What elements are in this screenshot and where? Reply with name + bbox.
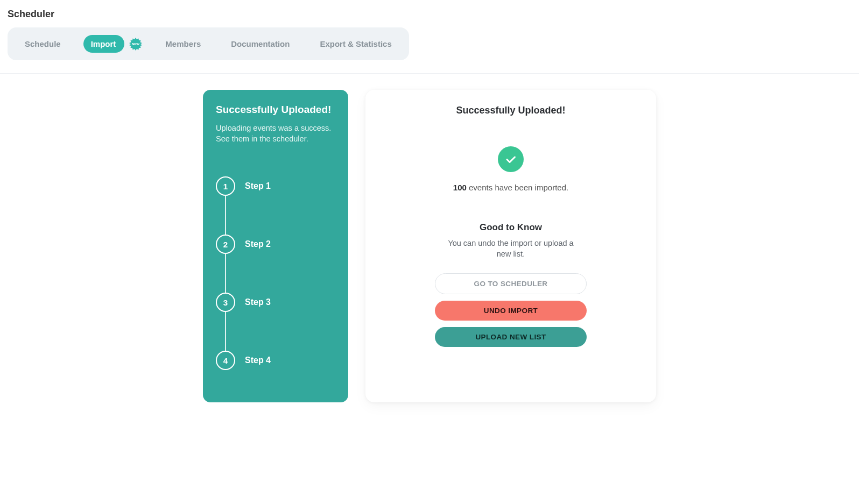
import-suffix: events have been imported. [467, 183, 568, 192]
progress-subtext: Uploading events was a success. See them… [216, 123, 335, 144]
step-item: 2 Step 2 [216, 235, 335, 254]
page-title: Scheduler [8, 9, 851, 20]
tab-import[interactable]: Import [83, 35, 125, 53]
tab-label: Schedule [25, 39, 61, 48]
step-number: 3 [216, 293, 235, 312]
import-message: 100 events have been imported. [382, 183, 640, 192]
good-to-know-text: You can undo the import or upload a new … [441, 238, 581, 259]
step-label: Step 4 [245, 356, 271, 365]
step-item: 1 Step 1 [216, 176, 335, 196]
step-label: Step 3 [245, 297, 271, 307]
go-to-scheduler-button[interactable]: Go to Scheduler [435, 273, 587, 294]
tab-documentation[interactable]: Documentation [223, 35, 297, 53]
tabs-bar: Schedule Import NEW Members Documentatio… [8, 27, 409, 60]
svg-text:NEW: NEW [132, 42, 139, 46]
step-connector [225, 196, 226, 235]
step-label: Step 2 [245, 239, 271, 249]
new-badge-icon: NEW [129, 37, 143, 51]
good-to-know-heading: Good to Know [382, 222, 640, 233]
tab-label: Members [165, 39, 201, 48]
tab-label: Documentation [231, 39, 290, 48]
result-heading: Successfully Uploaded! [382, 105, 640, 116]
step-number: 1 [216, 176, 235, 196]
step-connector [225, 312, 226, 351]
result-card: Successfully Uploaded! 100 events have b… [365, 90, 656, 402]
tab-members[interactable]: Members [158, 35, 208, 53]
step-label: Step 1 [245, 181, 271, 191]
divider [0, 73, 859, 74]
step-item: 4 Step 4 [216, 351, 335, 370]
step-connector [225, 254, 226, 293]
step-item: 3 Step 3 [216, 293, 335, 312]
checkmark-icon [498, 146, 524, 172]
tab-label: Import [91, 39, 116, 48]
progress-heading: Successfully Uploaded! [216, 104, 335, 116]
progress-card: Successfully Uploaded! Uploading events … [203, 90, 348, 402]
import-count: 100 [453, 183, 467, 192]
undo-import-button[interactable]: Undo Import [435, 301, 587, 321]
step-number: 4 [216, 351, 235, 370]
step-number: 2 [216, 235, 235, 254]
upload-new-list-button[interactable]: Upload New List [435, 327, 587, 347]
tab-export-statistics[interactable]: Export & Statistics [312, 35, 399, 53]
tab-schedule[interactable]: Schedule [17, 35, 68, 53]
tab-label: Export & Statistics [320, 39, 391, 48]
steps-list: 1 Step 1 2 Step 2 3 Step 3 4 Step 4 [216, 176, 335, 370]
